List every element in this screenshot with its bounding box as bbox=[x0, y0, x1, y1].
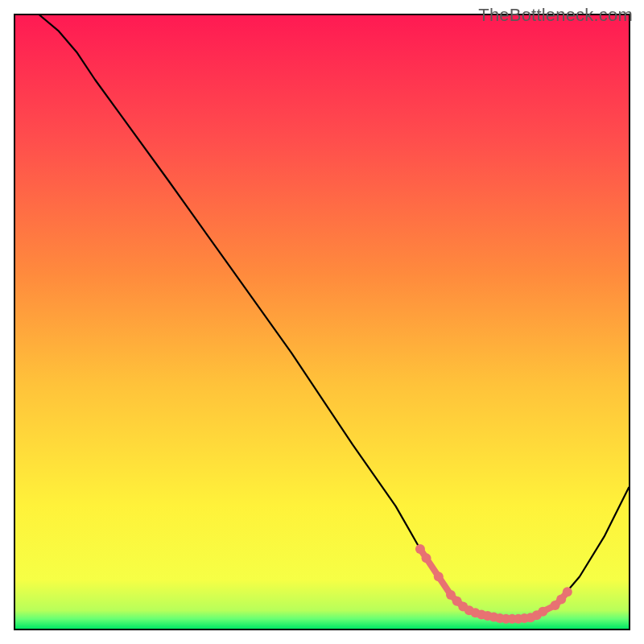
chart-stage: TheBottleneck.com bbox=[0, 0, 644, 644]
plot-svg bbox=[15, 15, 629, 629]
marker-dot bbox=[563, 587, 572, 597]
marker-dot bbox=[538, 607, 547, 617]
plot-frame bbox=[14, 14, 630, 630]
marker-dot bbox=[422, 553, 431, 563]
gradient-background bbox=[15, 15, 629, 629]
marker-dot bbox=[556, 594, 566, 604]
marker-dot bbox=[434, 572, 444, 581]
marker-dot bbox=[415, 544, 425, 554]
watermark-text: TheBottleneck.com bbox=[478, 5, 633, 26]
